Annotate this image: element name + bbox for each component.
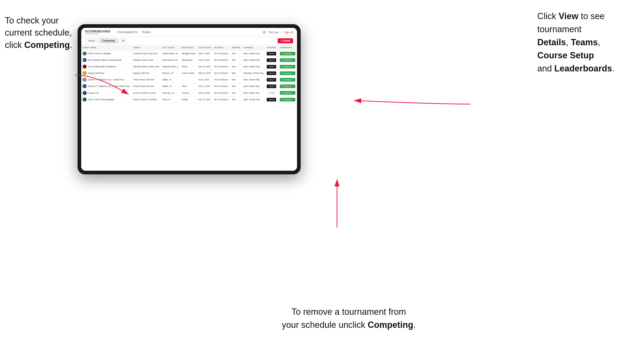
cell-hosted-by: Washington bbox=[180, 57, 197, 63]
cell-division: NCAA Division I bbox=[213, 70, 230, 76]
cell-hosted-by: Illinois bbox=[180, 63, 197, 70]
cell-competing: Competing bbox=[278, 83, 297, 90]
cell-hosted-by bbox=[180, 76, 197, 83]
cell-gender: Men bbox=[230, 70, 242, 76]
col-scoring: SCORING bbox=[242, 45, 265, 50]
table-row: W 2023 Sahalee Players Championship Saha… bbox=[81, 57, 297, 63]
cell-actions: View ℹ bbox=[265, 50, 278, 57]
annotation-top-right: Click View to see tournament Details, Te… bbox=[537, 10, 639, 75]
cell-division: NCAA Division I bbox=[213, 76, 230, 83]
cell-city-state: Phoenix, AZ bbox=[161, 70, 180, 76]
competing-button[interactable]: Competing bbox=[280, 98, 296, 101]
col-actions: ACTIONS bbox=[265, 45, 278, 50]
tablet: SCOREBOARD Powered by clippi TOURNAMENTS… bbox=[78, 24, 301, 174]
col-venue: VENUE bbox=[132, 45, 161, 50]
cell-division: NCAA Division I bbox=[213, 90, 230, 96]
tournaments-table: EVENT NAME VENUE CITY, STATE HOSTED BY S… bbox=[81, 45, 297, 103]
cell-start-date: Sep 4, 2023 bbox=[197, 50, 213, 57]
cell-event-name: H John A. Burns Intercollegiate bbox=[81, 96, 132, 103]
team-logo: A bbox=[83, 91, 86, 95]
team-logo: I bbox=[83, 65, 86, 68]
competing-button[interactable]: Competing bbox=[280, 78, 296, 82]
table-row: I OFCC Fighting Illini Invitational Olym… bbox=[81, 63, 297, 70]
competing-button[interactable]: Competing bbox=[280, 65, 296, 68]
cell-event-name: I OFCC Fighting Illini Invitational bbox=[81, 63, 132, 70]
cell-event-name: W 2023 Sahalee Players Championship bbox=[81, 57, 132, 63]
cell-venue: Ocean Course At Hokuala bbox=[132, 96, 161, 103]
view-button[interactable]: View ℹ bbox=[267, 65, 276, 68]
team-logo: H bbox=[83, 98, 86, 101]
cell-gender: Men bbox=[230, 83, 242, 90]
user-icon bbox=[262, 30, 266, 34]
nav-tournaments[interactable]: TOURNAMENTS bbox=[117, 30, 138, 35]
cell-start-date: Feb 15, 2024 bbox=[197, 96, 213, 103]
cell-division: NCAA Division I bbox=[213, 57, 230, 63]
view-button[interactable]: View ℹ bbox=[267, 78, 276, 82]
cell-city-state: Dallas, TX bbox=[161, 76, 180, 83]
cell-gender: Men bbox=[230, 50, 242, 57]
filter-tabs: Home Competing All bbox=[85, 38, 128, 43]
signout-link[interactable]: Sign out bbox=[284, 31, 293, 34]
cell-competing: Competing bbox=[278, 50, 297, 57]
view-button[interactable]: View ℹ bbox=[267, 71, 276, 75]
cell-actions: View ℹ bbox=[265, 83, 278, 90]
annotation-top-left: To check your current schedule, click Co… bbox=[5, 14, 78, 51]
cell-city-state: Dallas, TX bbox=[161, 83, 180, 90]
view-button[interactable]: View ℹ bbox=[267, 52, 276, 55]
tab-competing[interactable]: Competing bbox=[99, 38, 118, 43]
nav-teams[interactable]: TEAMS bbox=[142, 30, 151, 35]
cell-venue: Trinity Forest Golf Club bbox=[132, 83, 161, 90]
team-logo: P bbox=[83, 71, 86, 75]
cell-hosted-by: ABAC bbox=[180, 83, 197, 90]
cell-competing: Competing bbox=[278, 90, 297, 96]
cell-division: NCAA Division I bbox=[213, 83, 230, 90]
scoreboard-logo: SCOREBOARD Powered by clippi bbox=[85, 30, 110, 35]
table-row: P Papago Individual Papago Golf Club Pho… bbox=[81, 70, 297, 76]
competing-button[interactable]: Competing bbox=[280, 91, 296, 95]
cell-venue: Ak-Chin Southern Dunes bbox=[132, 90, 161, 96]
cell-division: NCAA Division I bbox=[213, 50, 230, 57]
col-event-name: EVENT NAME bbox=[81, 45, 132, 50]
cell-actions: View ℹ bbox=[265, 57, 278, 63]
team-logo: W bbox=[83, 58, 86, 62]
col-division: DIVISION bbox=[213, 45, 230, 50]
cell-actions: View ℹ bbox=[265, 63, 278, 70]
team-logo: JS bbox=[83, 78, 86, 82]
nav-links: TOURNAMENTS TEAMS bbox=[117, 30, 151, 35]
team-logo: JS bbox=[83, 84, 86, 88]
view-button[interactable]: View ℹ bbox=[267, 84, 276, 88]
competing-button[interactable]: Competing bbox=[280, 52, 296, 55]
cell-venue: Sahalee Country Club bbox=[132, 57, 161, 63]
edit-button[interactable]: ✏ Edit bbox=[267, 91, 277, 95]
cell-venue: Trinity Forest Golf Club bbox=[132, 76, 161, 83]
tablet-screen: SCOREBOARD Powered by clippi TOURNAMENTS… bbox=[81, 28, 297, 171]
competing-button[interactable]: Competing bbox=[280, 84, 296, 88]
tab-all[interactable]: All bbox=[119, 38, 128, 43]
filter-bar: Home Competing All + Create bbox=[81, 37, 297, 45]
create-button[interactable]: + Create bbox=[278, 38, 293, 43]
view-button[interactable]: View ℹ bbox=[267, 58, 276, 62]
cell-actions: ✏ Edit bbox=[265, 90, 278, 96]
competing-button[interactable]: Competing bbox=[280, 71, 296, 75]
col-gender: GENDER bbox=[230, 45, 242, 50]
cell-event-name: JS Jackson T. Stephens Cup – Men's Match… bbox=[81, 83, 132, 90]
cell-start-date: Oct 11, 2023 bbox=[197, 83, 213, 90]
cell-venue: Olympia Fields Country Club bbox=[132, 63, 161, 70]
tab-home[interactable]: Home bbox=[85, 38, 98, 43]
cell-competing: Competing bbox=[278, 96, 297, 103]
cell-scoring: team, Match Play bbox=[242, 83, 265, 90]
cell-scoring: team, Stroke Play bbox=[242, 63, 265, 70]
team-logo: F bbox=[83, 52, 86, 55]
cell-start-date: Sep 15, 2023 bbox=[197, 63, 213, 70]
cell-gender: Men bbox=[230, 90, 242, 96]
table-body: F Folds of Honor Collegiate American Dun… bbox=[81, 50, 297, 103]
nav-bar: SCOREBOARD Powered by clippi TOURNAMENTS… bbox=[81, 28, 297, 37]
col-competing: COMPETING bbox=[278, 45, 297, 50]
competing-button[interactable]: Competing bbox=[280, 58, 296, 62]
cell-competing: Competing bbox=[278, 63, 297, 70]
view-button[interactable]: View ℹ bbox=[267, 98, 276, 101]
cell-division: NCAA Division I bbox=[213, 96, 230, 103]
col-start-date: START DATE bbox=[197, 45, 213, 50]
cell-city-state: Grand Haven, MI bbox=[161, 50, 180, 57]
cell-actions: View ℹ bbox=[265, 76, 278, 83]
